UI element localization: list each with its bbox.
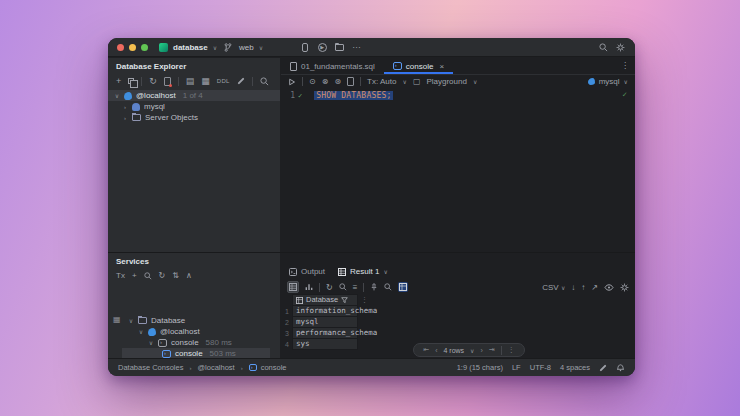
refresh-icon[interactable]: ↻ — [159, 271, 166, 280]
services-rail-icon[interactable]: ▦ — [113, 315, 121, 324]
project-folder-icon[interactable] — [333, 44, 345, 51]
breadcrumb-console[interactable]: console — [261, 363, 287, 372]
run-icon[interactable] — [288, 78, 296, 86]
caret-position-widget[interactable]: 1:9 (15 chars) — [457, 363, 503, 372]
search-icon[interactable] — [260, 77, 269, 86]
tree-item-localhost-session[interactable]: ∨ @localhost — [122, 326, 280, 337]
tab-output[interactable]: Output — [289, 267, 325, 276]
add-service-icon[interactable]: + — [132, 271, 137, 280]
schema-view-icon[interactable]: ▦ — [201, 76, 210, 86]
compare-icon[interactable]: ≡ — [353, 283, 358, 292]
edit-icon[interactable] — [237, 77, 244, 84]
cell-database-name[interactable]: performance_schema — [292, 328, 358, 339]
git-branch-icon — [222, 43, 234, 52]
grid-row[interactable]: 2 mysql — [283, 317, 368, 328]
datasource-properties-icon[interactable] — [164, 77, 171, 86]
inspection-ok-icon[interactable]: ✓ — [622, 90, 627, 99]
tx-icon[interactable]: Tx — [116, 271, 125, 280]
open-in-editor-icon[interactable]: ↗ — [591, 283, 598, 292]
close-tab-icon[interactable]: × — [439, 62, 444, 71]
cell-database-name[interactable]: mysql — [292, 317, 358, 328]
last-page-icon[interactable]: ⇥ — [489, 346, 495, 354]
cell-database-name[interactable]: information_schema — [292, 306, 358, 317]
expand-all-icon[interactable]: ⇅ — [172, 271, 179, 280]
line-separator-widget[interactable]: LF — [512, 363, 521, 372]
collapse-all-icon[interactable]: ∧ — [186, 271, 192, 280]
tree-item-console-file[interactable]: ∨ console 580 ms — [122, 337, 280, 348]
refresh-icon[interactable]: ↻ — [149, 76, 157, 86]
tab-console[interactable]: console × — [384, 58, 453, 74]
tab-options-icon[interactable]: ⋮ — [621, 61, 629, 70]
export-format-label: CSV — [542, 283, 558, 292]
settings-gear-icon[interactable] — [620, 283, 629, 292]
next-page-icon[interactable]: › — [481, 347, 483, 354]
new-datasource-icon[interactable]: + — [116, 76, 121, 86]
stop-square-icon[interactable]: ▢ — [413, 77, 421, 86]
chevron-right-icon[interactable]: › — [122, 115, 128, 121]
tree-item-mysql[interactable]: › mysql — [108, 101, 280, 112]
execution-settings-icon[interactable]: ⊛ — [334, 77, 341, 86]
code-editor[interactable]: 1 ✓ SHOW DATABASES; ✓ — [281, 88, 635, 252]
pin-tab-icon[interactable] — [370, 283, 378, 291]
search-icon[interactable] — [144, 272, 152, 280]
close-window-button[interactable] — [117, 44, 124, 51]
encoding-widget[interactable]: UTF-8 — [530, 363, 551, 372]
tx-mode-select[interactable]: Tx: Auto — [367, 77, 396, 86]
stop-icon[interactable]: ⊙ — [309, 77, 316, 86]
run-widget-icon[interactable]: ▶ — [316, 43, 328, 52]
previous-page-icon[interactable]: ‹ — [435, 347, 437, 354]
chevron-down-icon[interactable]: ∨ — [128, 317, 134, 324]
database-explorer-title: Database Explorer — [108, 58, 280, 73]
cell-database-name[interactable]: sys — [292, 339, 358, 350]
tab-result-1[interactable]: Result 1 ∨ — [338, 267, 388, 276]
notifications-bell-icon[interactable] — [616, 363, 625, 372]
chevron-down-icon[interactable]: ∨ — [148, 339, 154, 346]
settings-gear-icon[interactable] — [614, 43, 626, 52]
chart-view-icon[interactable] — [305, 283, 313, 291]
project-selector[interactable]: database — [173, 43, 208, 52]
dialect-selector[interactable]: mysql ∨ — [588, 77, 628, 86]
code-line[interactable]: 1 ✓ SHOW DATABASES; — [281, 91, 393, 100]
breadcrumb-localhost[interactable]: @localhost — [197, 363, 234, 372]
chevron-down-icon[interactable]: ∨ — [138, 328, 144, 335]
tree-item-database[interactable]: ∨ Database — [122, 315, 280, 326]
import-data-icon[interactable]: ↑ — [581, 283, 585, 292]
in-editor-results-icon[interactable] — [398, 282, 408, 292]
page-size-select[interactable]: 4 rows — [443, 347, 464, 354]
column-options-icon[interactable]: ⋮ — [361, 294, 368, 306]
chevron-down-icon[interactable]: ∨ — [114, 92, 120, 99]
export-format-select[interactable]: CSV ∨ — [542, 283, 565, 292]
grid-view-icon[interactable] — [287, 281, 299, 293]
sql-statement[interactable]: SHOW DATABASES; — [314, 91, 393, 100]
tab-01-fundamentals[interactable]: 01_fundamentals.sql — [281, 58, 384, 74]
breadcrumb-database-consoles[interactable]: Database Consoles — [118, 363, 183, 372]
minimize-window-button[interactable] — [129, 44, 136, 51]
table-view-icon[interactable]: ▤ — [186, 76, 195, 86]
first-page-icon[interactable]: ⇤ — [423, 346, 429, 354]
grid-row[interactable]: 4 sys — [283, 339, 368, 350]
grid-row[interactable]: 1 information_schema — [283, 306, 368, 317]
refresh-icon[interactable]: ↻ — [326, 283, 333, 292]
view-options-eye-icon[interactable] — [604, 284, 614, 291]
duplicate-icon[interactable] — [128, 78, 134, 84]
search-everywhere-icon[interactable] — [597, 43, 609, 52]
cancel-icon[interactable]: ⊗ — [322, 77, 329, 86]
find-in-grid-icon[interactable] — [339, 283, 347, 291]
pager-more-icon[interactable]: ⋮ — [508, 346, 515, 354]
tree-item-localhost[interactable]: ∨ @localhost 1 of 4 — [108, 90, 280, 101]
chevron-right-icon[interactable]: › — [122, 104, 128, 110]
fullscreen-window-button[interactable] — [141, 44, 148, 51]
playground-mode-select[interactable]: Playground — [426, 77, 466, 86]
grid-row[interactable]: 3 performance_schema — [283, 328, 368, 339]
search-icon[interactable] — [384, 283, 392, 291]
branch-selector[interactable]: web — [239, 43, 254, 52]
device-icon[interactable] — [299, 43, 311, 52]
indent-widget[interactable]: 4 spaces — [560, 363, 590, 372]
more-actions-icon[interactable]: ⋯ — [350, 43, 362, 52]
export-data-icon[interactable]: ↓ — [571, 283, 575, 292]
ddl-icon[interactable]: DDL — [217, 78, 230, 84]
write-access-pen-icon[interactable] — [599, 364, 606, 371]
column-header-database[interactable]: Database — [292, 294, 358, 306]
tree-item-server-objects[interactable]: › Server Objects — [108, 112, 280, 123]
new-console-icon[interactable] — [347, 77, 354, 86]
